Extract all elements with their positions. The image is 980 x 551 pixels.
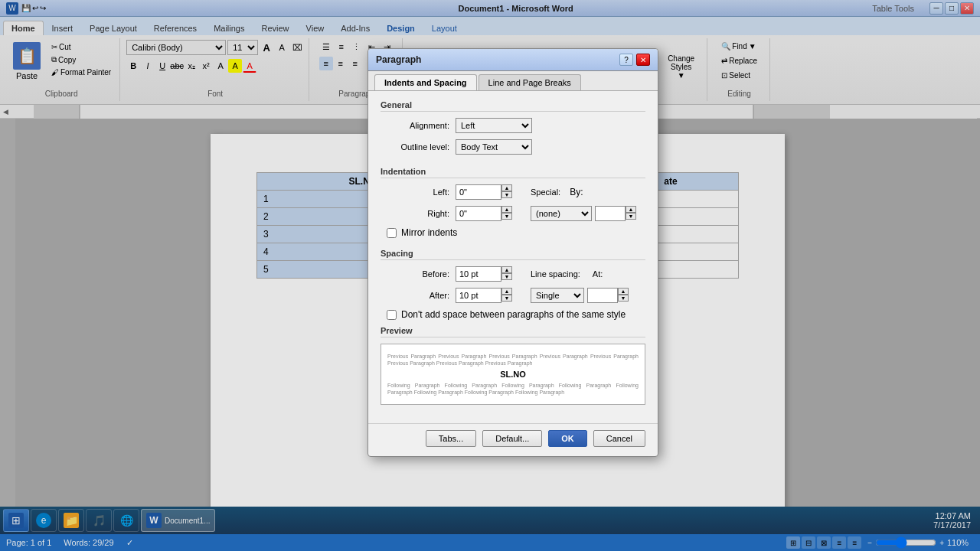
cancel-button[interactable]: Cancel	[593, 430, 645, 447]
at-up[interactable]: ▲	[618, 288, 629, 295]
by-spinner: ▲ ▼	[595, 206, 636, 221]
general-section-label: General	[381, 100, 645, 112]
tabs-button[interactable]: Tabs...	[426, 430, 476, 447]
indent-left-label: Left:	[381, 187, 449, 197]
at-label: At:	[593, 269, 603, 279]
after-spinner: ▲ ▼	[456, 288, 512, 303]
dialog-body: General Alignment: Left Center Right Jus…	[368, 91, 658, 420]
at-spin-buttons: ▲ ▼	[618, 288, 629, 303]
indent-left-row: Left: ▲ ▼ Special: By:	[381, 184, 645, 200]
alignment-select[interactable]: Left Center Right Justified	[456, 118, 532, 133]
dialog-overlay: Paragraph ? ✕ Indents and Spacing Line a…	[0, 0, 980, 551]
dont-add-space-label: Don't add space between paragraphs of th…	[401, 309, 626, 320]
mirror-indents-label: Mirror indents	[401, 227, 457, 238]
indent-right-row: Right: ▲ ▼ (none) First line Hanging	[381, 206, 645, 221]
indent-right-input[interactable]	[456, 206, 501, 221]
dialog-close-button[interactable]: ✕	[636, 54, 650, 66]
dialog-tabs: Indents and Spacing Line and Page Breaks	[368, 71, 658, 91]
outline-level-select[interactable]: Body Text Level 1 Level 2	[456, 139, 532, 155]
preview-box: Previous Paragraph Previous Paragraph Pr…	[381, 344, 645, 405]
by-down[interactable]: ▼	[626, 213, 636, 220]
after-down[interactable]: ▼	[501, 295, 512, 302]
tab-indents-spacing[interactable]: Indents and Spacing	[374, 74, 477, 90]
default-button[interactable]: Default...	[482, 430, 542, 447]
indent-right-spin-buttons: ▲ ▼	[501, 206, 512, 221]
before-spin-buttons: ▲ ▼	[501, 266, 512, 282]
indent-left-down[interactable]: ▼	[501, 191, 512, 198]
indent-left-input[interactable]	[456, 184, 501, 200]
dialog-help-button[interactable]: ?	[619, 54, 633, 66]
alignment-label: Alignment:	[381, 121, 449, 130]
alignment-row: Alignment: Left Center Right Justified	[381, 118, 645, 133]
preview-section-label: Preview	[381, 326, 645, 337]
indent-right-up[interactable]: ▲	[501, 206, 512, 213]
indentation-section-label: Indentation	[381, 167, 645, 178]
after-spin-buttons: ▲ ▼	[501, 288, 512, 303]
by-up[interactable]: ▲	[626, 206, 636, 213]
indent-right-label: Right:	[381, 209, 449, 218]
dialog-title-bar: Paragraph ? ✕	[368, 49, 658, 71]
line-spacing-select[interactable]: Single 1.5 lines Double At least Exactly…	[531, 288, 584, 303]
indent-right-down[interactable]: ▼	[501, 213, 512, 220]
dont-add-space-row: Don't add space between paragraphs of th…	[381, 309, 645, 320]
indent-right-spinner: ▲ ▼	[456, 206, 512, 221]
before-spinner: ▲ ▼	[456, 266, 512, 282]
indent-left-spin-buttons: ▲ ▼	[501, 184, 512, 200]
outline-level-row: Outline level: Body Text Level 1 Level 2	[381, 139, 645, 155]
before-input[interactable]	[456, 266, 501, 282]
tab-line-page-breaks[interactable]: Line and Page Breaks	[479, 74, 581, 90]
before-down[interactable]: ▼	[501, 273, 512, 280]
indent-left-up[interactable]: ▲	[501, 184, 512, 191]
by-label: By:	[570, 187, 583, 197]
preview-follow-para: Following Paragraph Following Paragraph …	[387, 382, 639, 396]
dont-add-space-checkbox[interactable]	[387, 310, 397, 320]
by-spin-buttons: ▲ ▼	[626, 206, 636, 221]
special-select-row: (none) First line Hanging ▲ ▼	[531, 206, 636, 221]
ok-button[interactable]: OK	[548, 430, 587, 447]
mirror-indents-checkbox[interactable]	[387, 228, 397, 238]
preview-current-text: SL.NO	[497, 367, 529, 382]
after-label: After:	[381, 291, 449, 300]
line-spacing-select-row: Single 1.5 lines Double At least Exactly…	[531, 288, 629, 303]
indent-left-spinner: ▲ ▼	[456, 184, 512, 200]
mirror-indents-row: Mirror indents	[381, 227, 645, 238]
at-input[interactable]	[587, 288, 618, 303]
spacing-after-row: After: ▲ ▼ Single 1.5 lines Double At le…	[381, 288, 645, 303]
preview-prev-para: Previous Paragraph Previous Paragraph Pr…	[387, 353, 639, 367]
dialog-buttons: Tabs... Default... OK Cancel	[368, 423, 658, 456]
special-label: Special:	[531, 187, 560, 197]
dialog-title-text: Paragraph	[376, 54, 619, 65]
spacing-before-row: Before: ▲ ▼ Line spacing: At:	[381, 266, 645, 282]
outline-level-label: Outline level:	[381, 142, 449, 152]
special-select[interactable]: (none) First line Hanging	[531, 206, 592, 221]
line-spacing-label: Line spacing:	[531, 269, 580, 279]
paragraph-dialog: Paragraph ? ✕ Indents and Spacing Line a…	[368, 48, 658, 457]
after-up[interactable]: ▲	[501, 288, 512, 295]
at-down[interactable]: ▼	[618, 295, 629, 302]
before-up[interactable]: ▲	[501, 266, 512, 273]
spacing-section-label: Spacing	[381, 249, 645, 260]
before-label: Before:	[381, 269, 449, 279]
after-input[interactable]	[456, 288, 501, 303]
by-input[interactable]	[595, 206, 626, 221]
at-spinner: ▲ ▼	[587, 288, 629, 303]
